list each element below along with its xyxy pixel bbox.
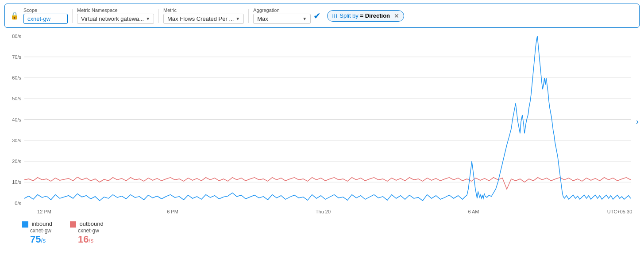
split-by-close-icon[interactable]: ✕ [394,12,399,19]
outbound-label2: cxnet-gw [78,228,99,234]
metric-value: Max Flows Created Per ... [167,15,234,22]
svg-text:50/s: 50/s [12,96,21,101]
aggregation-value: Max [257,15,268,22]
metric-dropdown[interactable]: Max Flows Created Per ... ▼ [163,14,244,24]
svg-text:6 AM: 6 AM [468,209,479,214]
split-by-equals: = [360,12,363,19]
legend-label-outbound: outbound [70,220,104,228]
chart-svg: 80/s 70/s 60/s 50/s 40/s 30/s 20/s 10/s … [4,31,640,217]
svg-text:6 PM: 6 PM [167,209,178,214]
inbound-line [24,36,631,201]
split-by-pill: ⁞⁞⁞ Split by = Direction ✕ [327,10,404,22]
metric-label: Metric [163,8,244,13]
legend-sublabel-outbound: cxnet-gw [70,228,104,234]
svg-text:0/s: 0/s [15,200,21,205]
outbound-label1: outbound [80,220,104,227]
confirm-icon: ✔ [313,11,321,21]
legend-item-outbound: outbound cxnet-gw 16/s [70,220,104,245]
svg-text:80/s: 80/s [12,33,21,38]
namespace-label: Metric Namespace [77,8,154,13]
outbound-line [24,177,631,189]
legend-item-inbound: inbound cxnet-gw 75/s [22,220,52,245]
svg-text:UTC+05:30: UTC+05:30 [607,209,632,214]
chart-container: 80/s 70/s 60/s 50/s 40/s 30/s 20/s 10/s … [4,31,640,217]
legend-label-inbound: inbound [22,220,52,228]
svg-text:60/s: 60/s [12,75,21,80]
scope-value[interactable]: cxnet-gw [23,14,68,24]
nav-right-arrow-icon[interactable]: › [636,117,639,126]
inbound-color-box [22,221,28,228]
namespace-chevron-icon: ▼ [146,16,150,21]
metrics-toolbar: 🔒 Scope cxnet-gw Metric Namespace Virtua… [4,4,640,28]
svg-text:12 PM: 12 PM [37,209,51,214]
legend-sublabel-inbound: cxnet-gw [22,228,52,234]
lock-icon: 🔒 [10,11,19,20]
svg-text:10/s: 10/s [12,179,21,185]
aggregation-label: Aggregation [253,8,311,13]
namespace-field: Metric Namespace Virtual network gatewa.… [77,8,154,24]
inbound-label1: inbound [32,220,52,227]
separator-2 [158,9,159,23]
separator-3 [248,9,249,23]
metric-field: Metric Max Flows Created Per ... ▼ [163,8,244,24]
svg-text:70/s: 70/s [12,54,21,60]
split-by-value: Direction [365,12,390,19]
namespace-dropdown[interactable]: Virtual network gatewa... ▼ [77,14,154,24]
svg-text:20/s: 20/s [12,159,21,164]
inbound-label2: cxnet-gw [30,228,51,234]
inbound-value: 75/s [22,234,52,245]
split-icon: ⁞⁞⁞ [332,12,337,19]
aggregation-dropdown[interactable]: Max ▼ [253,14,311,24]
split-by-text: Split by = Direction [339,12,390,19]
scope-field: Scope cxnet-gw [23,8,68,24]
outbound-color-box [70,221,76,228]
svg-text:30/s: 30/s [12,138,21,143]
metric-chevron-icon: ▼ [235,16,240,21]
svg-text:40/s: 40/s [12,117,21,122]
svg-text:Thu 20: Thu 20 [316,209,331,214]
aggregation-chevron-icon: ▼ [302,16,307,21]
outbound-value: 16/s [70,234,104,245]
chart-legend: inbound cxnet-gw 75/s outbound cxnet-gw … [0,217,644,249]
scope-label: Scope [23,8,68,13]
separator-1 [72,9,73,23]
namespace-value: Virtual network gatewa... [81,15,144,22]
aggregation-field: Aggregation Max ▼ [253,8,311,24]
